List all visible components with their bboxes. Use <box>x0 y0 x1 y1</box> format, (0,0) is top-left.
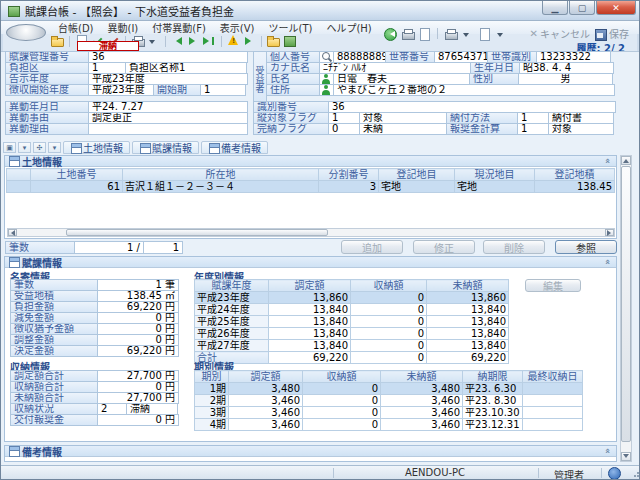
yearly-row[interactable]: 平成24年度 13,840 0 13,840 <box>195 304 509 316</box>
choshu-row: 徴収開始年度 平成23年度 開始期 1 <box>5 84 246 96</box>
choshu-value[interactable]: 平成23年度 <box>88 84 154 96</box>
pin-panels-icon[interactable]: ✣ <box>33 142 46 153</box>
hscroll-thumb[interactable] <box>66 229 328 236</box>
menu-futai-ido[interactable]: 付帯異動(F) <box>145 21 213 34</box>
close-button[interactable]: ✕ <box>596 1 636 15</box>
address-lookup-cell[interactable] <box>319 84 334 96</box>
kaishiki-value[interactable]: 1 <box>200 84 246 96</box>
last-record-icon[interactable] <box>203 35 216 47</box>
main-vscrollbar[interactable] <box>620 155 632 462</box>
ido-riyu-value[interactable] <box>88 123 248 135</box>
hscroll-right-arrow[interactable] <box>605 229 614 236</box>
tab-remarks[interactable]: 備考情報 <box>201 141 268 154</box>
yearly-row[interactable]: 平成25年度 13,840 0 13,840 <box>195 316 509 328</box>
yearly-row[interactable]: 平成26年度 13,840 0 13,840 <box>195 328 509 340</box>
previous-record-icon[interactable] <box>171 35 184 47</box>
app-menu-orb[interactable] <box>6 24 46 41</box>
land-section-icon <box>8 155 19 167</box>
copy-dropdown-icon[interactable] <box>495 28 508 40</box>
yearly-row[interactable]: 平成23年度 13,860 0 13,860 <box>195 292 509 304</box>
edit-button[interactable]: 修正 <box>413 240 475 254</box>
remarks-tab-icon <box>208 142 219 154</box>
hissu-row: 筆数 1 / 1 <box>5 241 183 254</box>
menu-ido[interactable]: 異動(I) <box>101 21 146 34</box>
beneficiary-group-label: 受益者 <box>253 51 267 107</box>
remarks-panel-header: 備考情報 « <box>5 446 616 457</box>
hoshokin-label: 報奨金計算 <box>446 123 518 135</box>
menu-tool[interactable]: ツール(T) <box>262 21 320 34</box>
menu-hyoji[interactable]: 表示(V) <box>213 21 262 34</box>
hscroll-left-arrow[interactable] <box>8 229 17 236</box>
save-button[interactable]: 保存 <box>594 26 629 41</box>
kibetsu-row[interactable]: 1期 3,480 0 3,480 平23. 6.30 <box>195 383 583 395</box>
hoshokin-text: 対象 <box>548 123 614 135</box>
app-icon <box>7 5 20 17</box>
land-collapse-icon[interactable]: « <box>603 156 613 166</box>
open-icon[interactable] <box>51 35 64 47</box>
tab-assessment[interactable]: 賦課情報 <box>132 141 199 154</box>
kanno-code[interactable]: 0 <box>328 123 360 135</box>
cancel-x-icon: ✕ <box>530 28 538 39</box>
print-dropdown-icon[interactable] <box>147 35 160 47</box>
yearly-table-header: 賦課年度 調定額 収納額 未納額 <box>195 280 509 292</box>
minimize-button[interactable]: ▁ <box>542 1 568 15</box>
preview-icon[interactable] <box>418 28 431 40</box>
hissu-total: 1 <box>143 241 183 254</box>
menu-daicho[interactable]: 台帳(D) <box>51 21 101 34</box>
pin-panels-caret-icon[interactable]: ▾ <box>48 142 61 153</box>
ido-riyu-label: 異動理由 <box>5 123 89 135</box>
remarks-collapse-icon[interactable]: « <box>603 446 613 456</box>
kibetsu-row[interactable]: 2期 3,460 0 3,460 平23. 8.30 <box>195 395 583 407</box>
network-globe-icon <box>607 467 620 479</box>
next-record-icon[interactable] <box>187 35 200 47</box>
toolbar-right: ✕ キャンセル 保存 <box>384 26 629 41</box>
warning-icon[interactable] <box>227 35 240 47</box>
tab-land[interactable]: 土地情報 <box>63 141 130 154</box>
view-button[interactable]: 参照 <box>555 240 617 254</box>
yearly-table: 賦課年度 調定額 収納額 未納額 平成23年度 13,860 0 13,860 … <box>194 279 509 364</box>
collapse-all-caret-icon[interactable]: ▾ <box>18 142 31 153</box>
export-icon[interactable] <box>243 35 256 47</box>
land-panel: 土地情報 « 土地番号 所在地 分割番号 登記地目 現況地目 登記地積 61 吉… <box>4 155 617 239</box>
resize-grip[interactable] <box>630 468 640 478</box>
assessment-tab-icon <box>139 142 150 154</box>
cancel-button[interactable]: ✕ キャンセル <box>530 26 590 41</box>
vscroll-down-arrow[interactable] <box>621 452 631 461</box>
copy-icon[interactable] <box>478 28 491 40</box>
window-controls: ▁ ▢ ✕ <box>541 1 636 15</box>
vscroll-thumb[interactable] <box>621 166 631 442</box>
vscroll-up-arrow[interactable] <box>621 156 631 165</box>
quick-print-icon[interactable] <box>401 28 414 40</box>
kibetsu-row[interactable]: 3期 3,460 0 3,460 平23.10.30 <box>195 407 583 419</box>
remarks-panel: 備考情報 « <box>4 445 617 462</box>
add-button[interactable]: 追加 <box>341 240 403 254</box>
kibetsu-table-header: 期別 調定額 収納額 未納額 納期限 最終収納日 <box>195 371 583 383</box>
shuno-row: 交付報奨金 0 円 <box>10 414 179 426</box>
land-hscrollbar[interactable] <box>7 228 615 237</box>
application-window: 賦課台帳 - 【照会】 - 下水道受益者負担金 ▁ ▢ ✕ 台帳(D) 異動(I… <box>0 0 640 480</box>
user-role: 管理者 <box>538 467 600 480</box>
land-table-row[interactable]: 61 吉沢１組１－２－３－４ 3 宅地 宅地 138.45 <box>7 181 615 193</box>
print-list-icon[interactable] <box>444 28 457 40</box>
refresh-icon[interactable] <box>384 28 397 40</box>
address-value[interactable]: やまびこヶ丘２番地の２ <box>333 84 615 96</box>
menu-help[interactable]: ヘルプ(H) <box>319 21 378 34</box>
kibetsu-row[interactable]: 4期 3,460 0 3,460 平23.12.31 <box>195 419 583 431</box>
land-table-header: 土地番号 所在地 分割番号 登記地目 現況地目 登記地積 <box>7 169 615 181</box>
maximize-button[interactable]: ▢ <box>569 1 595 15</box>
folder-icon[interactable] <box>267 35 280 47</box>
kanno-label: 完納フラグ <box>253 123 329 135</box>
choshu-label: 徴収開始年度 <box>5 84 89 96</box>
address-lookup-icon <box>320 84 333 96</box>
ledger-icon[interactable] <box>283 35 296 47</box>
computer-name: AENDOU-PC <box>333 467 537 478</box>
yearly-row[interactable]: 平成27年度 13,840 0 13,840 <box>195 340 509 352</box>
print-list-dropdown-icon[interactable] <box>461 28 474 40</box>
yearly-edit-button[interactable]: 編集 <box>525 279 581 292</box>
hoshokin-code[interactable]: 1 <box>517 123 549 135</box>
collapse-all-icon[interactable]: ▣ <box>3 142 16 153</box>
ido-riyu-row: 異動理由 <box>5 123 248 135</box>
assessment-collapse-icon[interactable]: « <box>603 257 613 267</box>
delete-button[interactable]: 削除 <box>483 240 545 254</box>
land-panel-header: 土地情報 « <box>5 156 616 167</box>
